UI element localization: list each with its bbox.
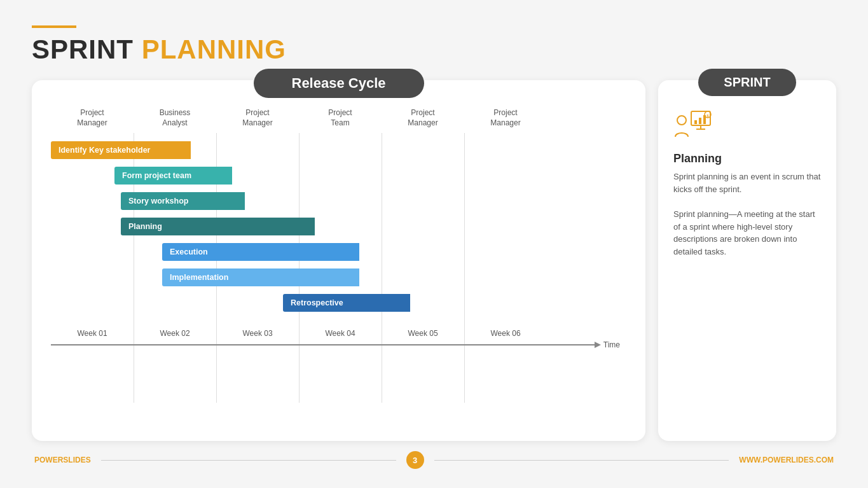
bar-row-retro: Retrospective	[51, 292, 626, 314]
page-number: 3	[406, 451, 424, 469]
bar-row-identify: Identify Key stakeholder	[51, 139, 626, 161]
page-title: SPRINT PLANNING	[32, 34, 836, 65]
sprint-content: $ Planning Sprint planning is an event i…	[658, 96, 836, 441]
footer-brand-black: POWER	[34, 456, 63, 464]
bar-implementation: Implementation	[162, 268, 359, 286]
planning-desc1: Sprint planning is an event in scrum tha…	[673, 171, 821, 195]
title-black: SPRINT	[32, 34, 134, 64]
gantt-inner: ProjectManager BusinessAnalyst ProjectMa…	[32, 98, 645, 428]
bar-body-story: Story workshop	[121, 192, 245, 210]
bar-row-execution: Execution	[51, 241, 626, 263]
header-accent-line	[32, 25, 76, 28]
bar-retro: Retrospective	[283, 294, 410, 312]
bar-label-execution: Execution	[170, 247, 208, 256]
column-headers: ProjectManager BusinessAnalyst ProjectMa…	[51, 108, 626, 128]
bar-body-identify: Identify Key stakeholder	[51, 141, 191, 159]
bar-row-planning: Planning	[51, 216, 626, 237]
bar-label-implementation: Implementation	[170, 273, 228, 282]
footer-line-left	[101, 460, 396, 461]
col-header-1: ProjectManager	[51, 108, 134, 128]
bars-area: Identify Key stakeholder Form project te…	[51, 133, 626, 324]
title-orange: PLANNING	[134, 34, 286, 64]
bar-story: Story workshop	[121, 192, 245, 210]
planning-title: Planning	[673, 152, 821, 165]
main-content: Release Cycle ProjectManager BusinessAna…	[32, 80, 836, 441]
col-header-6: ProjectManager	[464, 108, 547, 128]
bar-body-retro: Retrospective	[283, 294, 410, 312]
planning-desc2: Sprint planning—A meeting at the start o…	[673, 208, 821, 258]
svg-rect-4	[699, 118, 701, 124]
bar-planning: Planning	[121, 218, 315, 235]
page: SPRINT PLANNING Release Cycle ProjectMan…	[0, 0, 868, 488]
bar-row-implementation: Implementation	[51, 267, 626, 288]
planning-icon: $	[673, 109, 714, 142]
bar-label-planning: Planning	[128, 222, 162, 231]
bar-form: Form project team	[114, 167, 232, 185]
footer-brand-orange: SLIDES	[63, 456, 90, 464]
bar-label-story: Story workshop	[128, 197, 188, 206]
bar-body-execution: Execution	[162, 243, 359, 261]
footer-url: WWW.POWERLIDES.COM	[739, 456, 834, 464]
footer: POWERSLIDES 3 WWW.POWERLIDES.COM	[32, 451, 836, 469]
bar-body-planning: Planning	[121, 218, 315, 235]
bar-label-form: Form project team	[122, 171, 191, 180]
bar-body-implementation: Implementation	[162, 268, 359, 286]
footer-line-right	[434, 460, 729, 461]
bar-label-retro: Retrospective	[291, 298, 343, 307]
sprint-card: SPRINT $	[658, 80, 836, 441]
bar-row-form: Form project team	[51, 165, 626, 186]
bar-identify: Identify Key stakeholder	[51, 141, 191, 159]
release-cycle-label: Release Cycle	[254, 69, 424, 98]
timeline-line	[51, 344, 595, 345]
gantt-card: Release Cycle ProjectManager BusinessAna…	[32, 80, 645, 441]
col-header-3: ProjectManager	[216, 108, 299, 128]
gantt-body: Identify Key stakeholder Form project te…	[51, 133, 626, 428]
sprint-label: SPRINT	[698, 69, 796, 96]
header: SPRINT PLANNING	[32, 25, 836, 65]
col-header-5: ProjectManager	[382, 108, 464, 128]
svg-rect-3	[694, 120, 697, 124]
col-header-4: ProjectTeam	[299, 108, 382, 128]
bar-label-identify: Identify Key stakeholder	[59, 146, 151, 155]
bar-body-form: Form project team	[114, 167, 232, 185]
col-header-2: BusinessAnalyst	[134, 108, 216, 128]
svg-point-8	[677, 116, 686, 125]
footer-brand: POWERSLIDES	[34, 456, 91, 464]
bar-row-story: Story workshop	[51, 190, 626, 212]
bar-execution: Execution	[162, 243, 359, 261]
